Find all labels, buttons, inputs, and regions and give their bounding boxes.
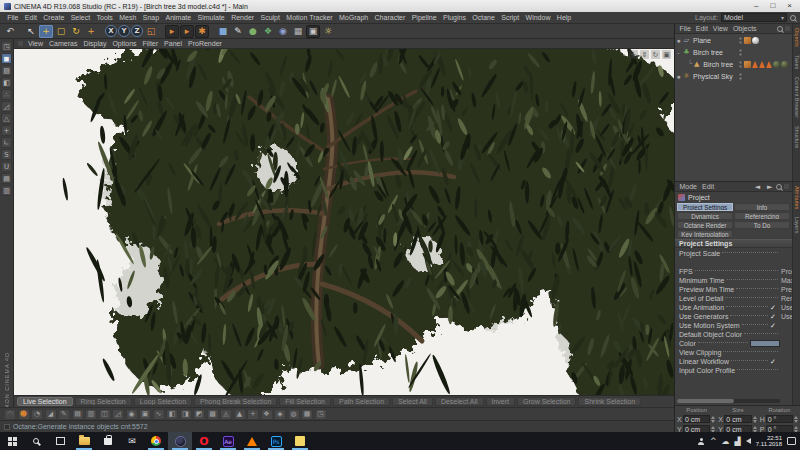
orange-tag[interactable] — [744, 37, 751, 44]
viewport-panel-icon[interactable] — [17, 40, 24, 47]
layer-grid2-icon[interactable]: ▥ — [1, 185, 12, 196]
attribute-menu-item[interactable]: Mode — [677, 183, 700, 190]
character-tool-icon[interactable]: ☻ — [18, 409, 30, 420]
tool-icon[interactable]: ◈ — [274, 409, 286, 420]
attribute-checkbox[interactable]: ✓ — [770, 322, 780, 330]
object-row[interactable]: └ ▲ Birch tree — [675, 58, 792, 70]
viewport-menu-item[interactable]: Filter — [140, 40, 162, 47]
magnet-icon[interactable]: U — [1, 161, 12, 172]
tool-icon[interactable]: ▲ — [234, 409, 246, 420]
viewport-menu-item[interactable]: Display — [80, 40, 109, 47]
cube-primitive-icon[interactable]: ■ — [216, 25, 230, 38]
volume-tray-icon[interactable] — [746, 438, 751, 444]
viewport-menu-item[interactable]: Panel — [161, 40, 185, 47]
layer-grid-icon[interactable]: ▤ — [1, 173, 12, 184]
panel-side-tab[interactable]: Structure — [794, 126, 800, 148]
selection-command-button[interactable]: Shrink Selection — [578, 397, 641, 406]
visibility-dots[interactable] — [739, 37, 742, 44]
undo-icon[interactable]: ↶ — [3, 25, 17, 38]
spline-tool-icon[interactable]: ◠ — [4, 409, 16, 420]
selection-command-button[interactable]: Select All — [392, 397, 433, 406]
menu-item[interactable]: Help — [554, 14, 575, 21]
horizontal-scrollbar[interactable] — [677, 399, 780, 403]
tool-icon[interactable]: ◿ — [112, 409, 124, 420]
viewport-menu-item[interactable]: Options — [109, 40, 139, 47]
visibility-dots[interactable] — [739, 61, 742, 68]
attribute-tab[interactable]: Dynamics — [677, 212, 733, 220]
tool-icon[interactable]: ◫ — [99, 409, 111, 420]
spinner-icon[interactable] — [753, 416, 758, 423]
spline-pen-icon[interactable]: ✎ — [231, 25, 245, 38]
render-view-icon[interactable]: ▸ — [165, 25, 179, 38]
model-mode-icon[interactable]: ◼ — [1, 53, 12, 64]
menu-item[interactable]: Mesh — [116, 14, 140, 21]
status-checkbox[interactable] — [4, 424, 10, 430]
object-name[interactable]: Birch tree — [693, 49, 723, 56]
x-axis-lock-icon[interactable]: X — [105, 25, 117, 37]
close-button[interactable]: × — [787, 2, 792, 10]
rotate-tool-icon[interactable]: ↻ — [69, 25, 83, 38]
mograph-icon[interactable]: ❖ — [261, 25, 275, 38]
object-name[interactable]: Physical Sky — [693, 73, 733, 80]
snap-icon[interactable]: ∟ — [1, 137, 12, 148]
toolbar-separator[interactable] — [18, 25, 23, 38]
texture-mode-icon[interactable]: ▨ — [1, 65, 12, 76]
action-center-icon[interactable] — [787, 437, 796, 445]
tool-icon[interactable]: + — [247, 409, 259, 420]
tool-icon[interactable]: ▤ — [72, 409, 84, 420]
subdivision-surface-icon[interactable]: ● — [246, 25, 260, 38]
color-swatch[interactable] — [750, 340, 780, 347]
attribute-checkbox[interactable]: ✓ — [770, 304, 780, 312]
coordinate-system-icon[interactable]: ◱ — [144, 25, 158, 38]
network-tray-icon[interactable]: ▟ — [735, 437, 741, 446]
minimize-button[interactable]: – — [754, 2, 758, 10]
move-tool-icon[interactable]: + — [39, 25, 53, 38]
spinner-icon[interactable] — [794, 416, 799, 423]
viewport-menu-item[interactable]: ProRender — [185, 40, 225, 47]
task-view-button[interactable] — [48, 432, 72, 450]
chrome-icon[interactable] — [144, 432, 168, 450]
visibility-dots[interactable] — [739, 73, 742, 80]
cinema4d-taskbar-icon[interactable] — [168, 432, 192, 450]
coordinate-field[interactable]: 0 cm — [724, 415, 751, 423]
object-row[interactable]: - ♣ Birch tree — [675, 46, 792, 58]
object-filter-icon[interactable] — [784, 25, 791, 32]
layout-dropdown[interactable]: Model▾ — [721, 13, 787, 22]
quantize-icon[interactable]: S — [1, 149, 12, 160]
taskbar-clock[interactable]: 22:51 7.11.2018 — [756, 435, 782, 448]
menu-item[interactable]: Pipeline — [408, 14, 439, 21]
tool-icon[interactable]: ▩ — [207, 409, 219, 420]
attribute-tab[interactable]: Key Interpolation — [677, 230, 733, 238]
menu-item[interactable]: Simulate — [194, 14, 228, 21]
after-effects-icon[interactable]: Ae — [216, 432, 240, 450]
toolbar-separator[interactable] — [210, 25, 215, 38]
menu-item[interactable]: Script — [498, 14, 522, 21]
viewport-canvas[interactable]: +⇕↻▣ — [14, 49, 674, 395]
panel-side-tab[interactable]: Attributes — [794, 186, 800, 209]
menu-item[interactable]: Octane — [469, 14, 498, 21]
attribute-tab[interactable]: Referencing — [734, 212, 790, 220]
array-icon[interactable]: ▦ — [291, 25, 305, 38]
tri-tag[interactable] — [752, 61, 758, 68]
knife-tool-icon[interactable]: ✎ — [58, 409, 70, 420]
tool-icon[interactable]: ◧ — [166, 409, 178, 420]
make-editable-icon[interactable]: ◳ — [1, 41, 12, 52]
object-name[interactable]: Birch tree — [703, 61, 733, 68]
menu-item[interactable]: MoGraph — [336, 14, 372, 21]
selection-command-button[interactable]: Deselect All — [435, 397, 484, 406]
attribute-search-icon[interactable] — [776, 184, 782, 190]
attribute-tab[interactable]: To Do — [734, 221, 790, 229]
expander-icon[interactable]: ● — [675, 73, 682, 80]
selection-command-button[interactable]: Fill Selection — [279, 397, 331, 406]
object-row[interactable]: ● ▱ Plane — [675, 34, 792, 46]
object-manager-menu-item[interactable]: File — [677, 25, 693, 32]
attribute-tab[interactable]: Octane Render — [677, 221, 733, 229]
object-search-icon[interactable] — [777, 26, 783, 32]
menu-item[interactable]: Snap — [140, 14, 163, 21]
tri-tag[interactable] — [759, 61, 765, 68]
object-name[interactable]: Plane — [693, 37, 711, 44]
panel-side-tab[interactable]: Layers — [794, 217, 800, 234]
search-button[interactable] — [24, 432, 48, 450]
coordinate-field[interactable]: 0 cm — [683, 415, 710, 423]
tool-icon[interactable]: ▥ — [85, 409, 97, 420]
